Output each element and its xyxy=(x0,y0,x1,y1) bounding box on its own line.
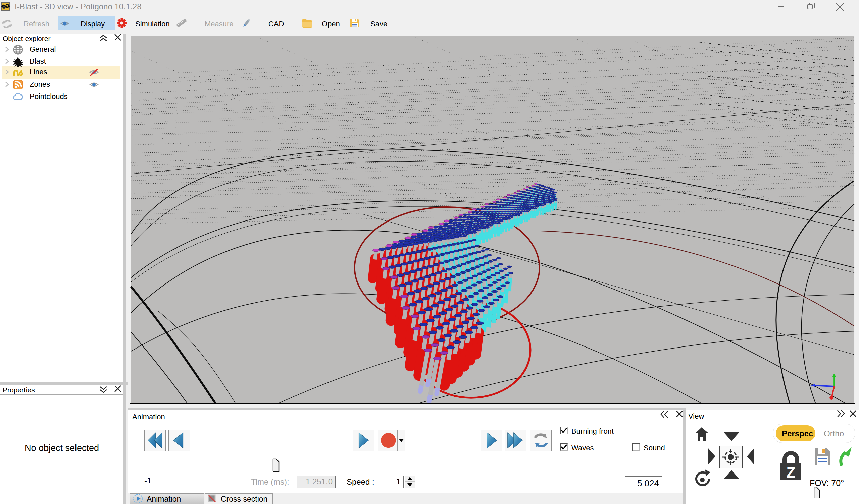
svg-text:Z: Z xyxy=(786,464,796,481)
